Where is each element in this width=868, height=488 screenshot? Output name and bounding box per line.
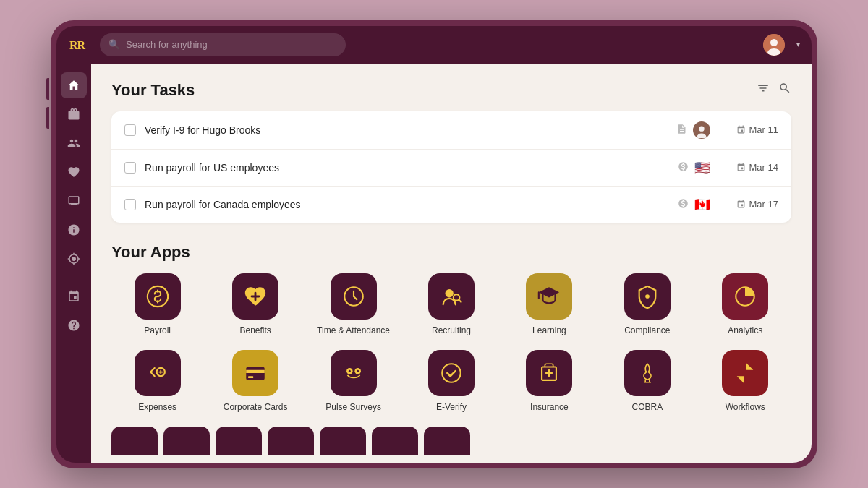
user-avatar[interactable] xyxy=(763,34,785,56)
table-row: Run payroll for Canada employees 🇨🇦 Mar … xyxy=(111,187,791,223)
svg-point-20 xyxy=(357,369,359,372)
sidebar-item-help[interactable] xyxy=(61,312,87,338)
corporate-cards-label: Corporate Cards xyxy=(224,402,288,412)
dollar-icon-2 xyxy=(678,198,689,211)
device-frame: RR 🔍 ▾ xyxy=(51,20,817,468)
learning-label: Learning xyxy=(532,325,566,335)
cobra-icon xyxy=(624,350,671,396)
apps-grid: Payroll Benefits xyxy=(111,273,791,412)
svg-marker-23 xyxy=(746,362,754,369)
pulse-surveys-icon xyxy=(331,350,377,396)
search-tasks-icon[interactable] xyxy=(778,82,791,98)
app-item-analytics[interactable]: Analytics xyxy=(699,273,791,335)
time-icon xyxy=(331,273,377,320)
search-bar-container[interactable]: 🔍 xyxy=(100,33,346,56)
content-area: Your Tasks Verify I-9 for Hugo xyxy=(91,64,812,463)
cobra-label: COBRA xyxy=(632,402,663,412)
app-item-payroll[interactable]: Payroll xyxy=(111,273,203,335)
compliance-icon xyxy=(624,273,671,320)
top-bar: RR 🔍 ▾ xyxy=(56,26,812,64)
corporate-cards-icon xyxy=(232,350,278,396)
svg-point-2 xyxy=(770,39,778,46)
svg-point-19 xyxy=(348,369,350,372)
partial-app-4 xyxy=(268,427,314,455)
payroll-label: Payroll xyxy=(144,325,171,335)
app-item-recruiting[interactable]: Recruiting xyxy=(405,273,497,335)
app-item-workflows[interactable]: Workflows xyxy=(699,350,791,412)
task-label-1: Verify I-9 for Hugo Brooks xyxy=(145,124,668,136)
us-flag-icon: 🇺🇸 xyxy=(694,160,710,176)
benefits-label: Benefits xyxy=(239,325,271,335)
sidebar xyxy=(56,64,91,463)
sidebar-item-people[interactable] xyxy=(61,130,87,156)
main-layout: Your Tasks Verify I-9 for Hugo xyxy=(56,64,812,463)
search-input[interactable] xyxy=(126,39,337,50)
task-icons-3: 🇨🇦 xyxy=(678,197,710,213)
search-icon: 🔍 xyxy=(109,39,120,50)
workflows-label: Workflows xyxy=(726,402,765,412)
recruiting-label: Recruiting xyxy=(432,325,471,335)
user-menu-chevron[interactable]: ▾ xyxy=(796,40,800,48)
workflows-icon xyxy=(722,350,768,396)
partial-app-2 xyxy=(163,427,210,455)
partial-app-7 xyxy=(424,427,470,455)
sidebar-item-settings[interactable] xyxy=(61,246,87,272)
task-label-3: Run payroll for Canada employees xyxy=(145,199,669,210)
app-item-cobra[interactable]: COBRA xyxy=(601,350,693,412)
document-icon xyxy=(676,124,687,137)
sidebar-item-org[interactable] xyxy=(61,283,87,309)
sidebar-item-home[interactable] xyxy=(61,72,87,98)
svg-rect-14 xyxy=(246,367,265,380)
insurance-icon xyxy=(526,350,572,396)
sidebar-item-benefits[interactable] xyxy=(61,159,87,185)
svg-rect-15 xyxy=(246,369,265,372)
recruiting-icon xyxy=(428,273,475,320)
svg-marker-24 xyxy=(737,376,744,383)
avatar xyxy=(693,121,710,139)
app-item-compliance[interactable]: Compliance xyxy=(601,273,693,335)
app-item-everify[interactable]: E-Verify xyxy=(405,350,497,412)
task-list: Verify I-9 for Hugo Brooks xyxy=(111,111,791,223)
svg-point-9 xyxy=(445,289,453,297)
task-checkbox-2[interactable] xyxy=(124,162,136,174)
task-icons-2: 🇺🇸 xyxy=(678,160,710,176)
payroll-icon xyxy=(135,273,181,320)
partial-app-1 xyxy=(111,427,158,455)
app-item-expenses[interactable]: Expenses xyxy=(111,350,203,412)
svg-rect-16 xyxy=(248,376,253,378)
app-item-insurance[interactable]: Insurance xyxy=(503,350,595,412)
svg-text:RR: RR xyxy=(69,39,86,51)
app-item-pulse[interactable]: Pulse Surveys xyxy=(307,350,399,412)
filter-icon[interactable] xyxy=(757,82,770,98)
task-label-2: Run payroll for US employees xyxy=(145,162,669,174)
analytics-icon xyxy=(722,273,768,320)
compliance-label: Compliance xyxy=(624,325,670,335)
partial-app-6 xyxy=(372,427,418,455)
benefits-icon xyxy=(232,273,278,320)
app-item-time[interactable]: Time & Attendance xyxy=(307,273,399,335)
learning-icon xyxy=(526,273,572,320)
tasks-actions xyxy=(757,82,791,98)
canada-flag-icon: 🇨🇦 xyxy=(694,197,710,213)
task-date-2: Mar 14 xyxy=(728,162,778,173)
task-checkbox-3[interactable] xyxy=(124,199,136,210)
sidebar-item-jobs[interactable] xyxy=(61,101,87,127)
analytics-label: Analytics xyxy=(728,325,762,335)
pulse-label: Pulse Surveys xyxy=(326,402,381,412)
svg-point-11 xyxy=(645,294,650,299)
sidebar-item-device[interactable] xyxy=(61,188,87,214)
app-item-benefits[interactable]: Benefits xyxy=(209,273,301,335)
expenses-icon xyxy=(135,350,181,396)
svg-point-5 xyxy=(699,126,704,131)
sidebar-item-info[interactable] xyxy=(61,217,87,243)
task-checkbox-1[interactable] xyxy=(124,124,136,136)
logo-mark: RR xyxy=(68,33,91,56)
tasks-section-header: Your Tasks xyxy=(111,81,791,100)
partial-app-3 xyxy=(216,427,262,455)
apps-section-header: Your Apps xyxy=(111,243,791,262)
svg-point-21 xyxy=(442,364,461,382)
task-date-1: Mar 11 xyxy=(728,124,778,135)
app-item-corporate-cards[interactable]: Corporate Cards xyxy=(209,350,301,412)
table-row: Run payroll for US employees 🇺🇸 Mar 14 xyxy=(111,150,791,187)
app-item-learning[interactable]: Learning xyxy=(503,273,595,335)
